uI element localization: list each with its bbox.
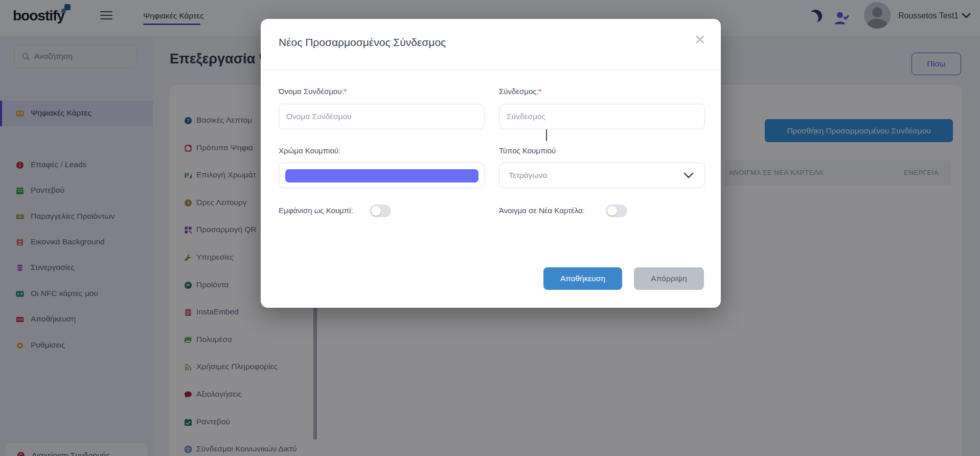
show-as-button-toggle[interactable] <box>370 204 391 217</box>
divider <box>261 70 721 70</box>
open-new-tab-toggle[interactable] <box>606 204 627 217</box>
close-icon[interactable]: ✕ <box>692 32 708 48</box>
link-name-input[interactable] <box>279 104 485 129</box>
chevron-down-icon <box>683 172 694 180</box>
button-type-value: Τετράγωνο <box>509 171 547 180</box>
save-button[interactable]: Αποθήκευση <box>543 267 622 290</box>
color-swatch <box>285 169 478 183</box>
button-color-picker[interactable] <box>279 163 485 188</box>
required-asterisk: * <box>344 87 347 96</box>
button-type-label: Τύπος Κουμπιού <box>499 146 556 155</box>
link-url-label: Σύνδεσμος:* <box>499 87 542 96</box>
link-name-label: Όνομα Συνδέσμου:* <box>279 87 347 96</box>
show-as-button-label: Εμφάνιση ως Κουμπί: <box>279 206 353 215</box>
button-color-label: Χρώμα Κουμπιού: <box>279 146 340 155</box>
cancel-button[interactable]: Απόρριψη <box>634 267 704 290</box>
button-type-select[interactable]: Τετράγωνο <box>499 163 705 188</box>
text-caret <box>546 129 547 141</box>
modal-title: Νέος Προσαρμοσμένος Σύνδεσμος <box>279 36 446 49</box>
link-url-input[interactable] <box>499 104 705 129</box>
new-custom-link-modal: Νέος Προσαρμοσμένος Σύνδεσμος ✕ Όνομα Συ… <box>261 19 721 308</box>
app-root: boostify Ψηφιακές Κάρτες Roussetos Test1… <box>0 0 980 456</box>
open-new-tab-label: Άνοιγμα σε Νέα Καρτέλα: <box>499 206 585 215</box>
required-asterisk: * <box>539 87 542 96</box>
